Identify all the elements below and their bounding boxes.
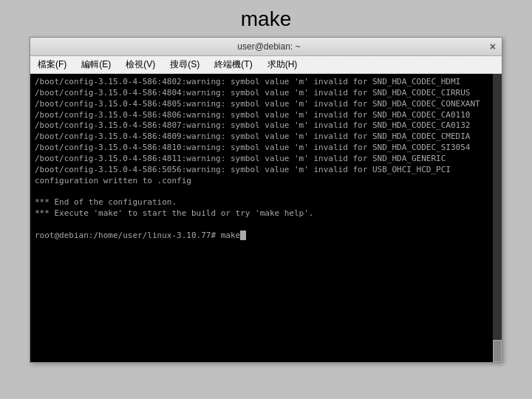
menu-edit[interactable]: 編輯(E) [78,58,114,72]
menu-file[interactable]: 檔案(F) [35,58,69,72]
terminal-title-text: user@debian: ~ [48,41,490,52]
terminal-output: /boot/config-3.15.0-4-586:4802:warning: … [35,77,497,242]
scrollbar[interactable] [493,74,502,362]
terminal-window: user@debian: ~ × 檔案(F) 編輯(E) 檢視(V) 搜尋(S)… [30,37,502,363]
menu-terminal[interactable]: 終端機(T) [211,58,255,72]
menu-view[interactable]: 檢視(V) [123,58,158,72]
terminal-menubar: 檔案(F) 編輯(E) 檢視(V) 搜尋(S) 終端機(T) 求助(H) [30,56,502,74]
terminal-body[interactable]: /boot/config-3.15.0-4-586:4802:warning: … [30,74,502,362]
menu-help[interactable]: 求助(H) [265,58,301,72]
close-button[interactable]: × [490,41,496,52]
scrollbar-thumb[interactable] [493,340,502,362]
menu-search[interactable]: 搜尋(S) [167,58,202,72]
terminal-titlebar: user@debian: ~ × [30,38,502,56]
page-title: make [241,7,291,31]
terminal-cursor [240,231,246,240]
